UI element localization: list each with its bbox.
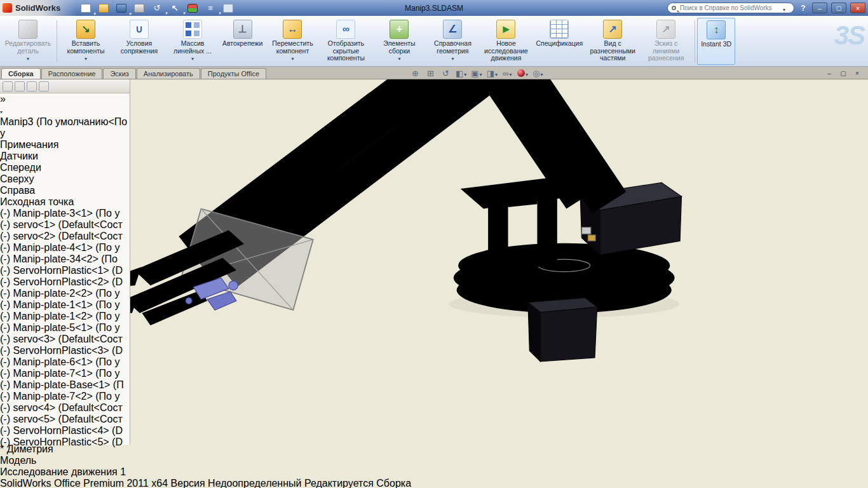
tree-item-label: (-) servo<5> (Default<Сост <box>0 414 123 424</box>
command-tab[interactable]: Сборка <box>1 68 41 79</box>
tree-item[interactable]: (-) Manip-plate-6<1> (По у <box>0 356 130 368</box>
dropdown-caret-icon <box>27 55 29 63</box>
command-tab[interactable]: Эскиз <box>103 68 135 79</box>
search-dropdown-icon[interactable] <box>783 3 785 14</box>
command-tab[interactable]: Расположение <box>41 68 103 79</box>
tree-item[interactable]: (-) ServoHornPlastic<4> (D <box>0 425 130 437</box>
tree-item[interactable]: (-) Manip-plate-5<1> (По у <box>0 322 130 334</box>
tree-item-label: (-) Manip-plate-34<2> (По <box>0 254 118 264</box>
zoom-fit-icon[interactable] <box>410 68 421 78</box>
ribbon-button[interactable]: Эскиз с линиями разнесения <box>639 18 693 65</box>
appearance-manager-tab-icon[interactable] <box>39 81 49 92</box>
tree-item[interactable]: (-) Manip-plate-4<1> (По у <box>0 242 130 254</box>
ribbon-button[interactable]: Элементы сборки <box>372 18 426 65</box>
insert-components-icon <box>76 20 95 39</box>
configuration-manager-tab-icon[interactable] <box>27 81 37 92</box>
tree-item[interactable]: Спереди <box>0 162 130 173</box>
tree-item[interactable]: (-) ServoHornPlastic<3> (D <box>0 345 130 356</box>
tree-item[interactable]: Исходная точка <box>0 196 130 208</box>
tree-item[interactable]: Датчики <box>0 151 130 162</box>
ribbon-button[interactable]: Отобразить скрытые компоненты <box>319 18 372 65</box>
tree-item[interactable]: Manip3 (По умолчанию<По у <box>0 116 130 139</box>
view-toolbar <box>410 67 543 79</box>
doc-minimize-button[interactable] <box>824 69 835 78</box>
tree-item[interactable]: Сверху <box>0 173 130 185</box>
ribbon-button[interactable]: Редактировать деталь <box>1 18 55 65</box>
tree-item[interactable]: (-) ServoHornPlastic<5> (D <box>0 437 130 448</box>
ribbon-button-label: Переместить компонент <box>269 40 316 55</box>
tree-item[interactable]: (-) servo<4> (Default<Сост <box>0 402 130 414</box>
tree-item[interactable]: (-) ServoHornPlastic<2> (D <box>0 276 130 288</box>
tree-item-label: (-) Manip-plate-7<1> (По у <box>0 368 119 379</box>
search-input[interactable] <box>679 4 780 12</box>
tree-item[interactable]: (-) servo<1> (Default<Сост <box>0 219 130 231</box>
doc-restore-button[interactable] <box>837 69 849 78</box>
help-search-box[interactable] <box>667 3 794 13</box>
ribbon-button[interactable]: Спецификация <box>532 18 586 65</box>
edit-appearance-icon[interactable] <box>517 68 528 78</box>
rebuild-icon[interactable] <box>187 4 198 13</box>
previous-view-icon[interactable] <box>440 68 451 78</box>
print-icon[interactable] <box>134 4 144 13</box>
command-tab[interactable]: Анализировать <box>137 68 200 79</box>
options-icon[interactable] <box>205 4 215 13</box>
ribbon-button[interactable]: Условия сопряжения <box>112 18 166 65</box>
display-style-icon[interactable] <box>487 68 498 78</box>
hide-show-items-icon[interactable] <box>502 68 513 78</box>
tree-item[interactable]: (-) servo<5> (Default<Сост <box>0 414 130 425</box>
ribbon-button[interactable]: Переместить компонент <box>266 18 319 65</box>
maximize-button[interactable] <box>831 3 846 13</box>
feature-manager-panel: » Manip3 (По умолчанию<По у Примечания Д… <box>0 79 130 445</box>
tree-item[interactable]: (-) Manip-plate-34<2> (По <box>0 254 130 265</box>
minimize-button[interactable] <box>812 3 827 13</box>
tree-item[interactable]: (-) servo<3> (Default<Сост <box>0 334 130 345</box>
section-view-icon[interactable] <box>456 68 466 78</box>
bom-icon <box>550 20 569 39</box>
tree-item[interactable]: (-) Manip-plate-2<2> (По у <box>0 288 130 299</box>
dropdown-caret-icon[interactable] <box>0 105 3 116</box>
tree-item[interactable]: (-) Manip-plate-7<2> (По у <box>0 391 130 402</box>
tree-item[interactable]: (-) Manip-plate-1<1> (По у <box>0 299 130 311</box>
ribbon-button[interactable]: Автокрепежи <box>219 18 266 65</box>
tree-item-label: (-) Manip-plate-1<2> (По у <box>0 311 119 322</box>
zoom-area-icon[interactable] <box>425 68 436 78</box>
ribbon-button[interactable]: Вставить компоненты <box>59 18 112 65</box>
edit-part-icon <box>18 20 37 39</box>
tree-item[interactable]: (-) ServoHornPlastic<1> (D <box>0 265 130 276</box>
model-tab[interactable]: Модель <box>0 455 868 466</box>
tree-item[interactable]: Справа <box>0 185 130 196</box>
ribbon-button[interactable]: Вид с разнесенными частями <box>586 18 639 65</box>
tree-item[interactable]: (-) Manip-plate-Base<1> (П <box>0 379 130 391</box>
property-manager-tab-icon[interactable] <box>15 81 25 92</box>
panel-chevron[interactable]: » <box>0 93 6 104</box>
help-button[interactable]: ? <box>798 4 808 13</box>
file-properties-icon[interactable] <box>223 4 233 13</box>
filter-bar[interactable] <box>0 105 130 116</box>
save-icon[interactable] <box>116 4 126 13</box>
view-orientation-icon[interactable] <box>471 68 482 78</box>
ribbon-button[interactable]: Массив линейных ... <box>166 18 219 65</box>
tree-item[interactable]: (-) Manip-plate-7<1> (По у <box>0 368 130 379</box>
ribbon-button[interactable]: Instant 3D <box>697 18 735 65</box>
ribbon-button[interactable]: Новое исследование движения <box>479 18 532 65</box>
tree-item-label: (-) ServoHornPlastic<4> (D <box>0 425 123 436</box>
tree-item[interactable]: (-) servo<2> (Default<Сост <box>0 231 130 242</box>
smart-fasteners-icon <box>233 20 252 39</box>
feature-manager-tab-icon[interactable] <box>3 81 13 92</box>
tree-item[interactable]: (-) Manip-plate-3<1> (По у <box>0 208 130 219</box>
undo-icon[interactable] <box>152 4 162 13</box>
new-document-icon[interactable] <box>81 4 91 13</box>
command-tab[interactable]: Продукты Office <box>201 68 266 79</box>
dropdown-caret-icon <box>495 69 498 78</box>
close-button[interactable] <box>850 3 865 13</box>
ribbon-button[interactable]: Справочная геометрия <box>426 18 479 65</box>
open-icon[interactable] <box>98 4 109 13</box>
select-arrow-icon[interactable] <box>170 4 180 13</box>
tree-item[interactable]: Примечания <box>0 139 130 151</box>
tree-item-label: (-) ServoHornPlastic<1> (D <box>0 265 123 276</box>
tree-item[interactable]: (-) Manip-plate-1<2> (По у <box>0 311 130 322</box>
doc-close-button[interactable] <box>851 69 863 78</box>
scene-icon[interactable] <box>532 68 543 78</box>
dropdown-caret-icon <box>191 55 194 63</box>
model-tab[interactable]: Исследование движения 1 <box>0 466 868 478</box>
